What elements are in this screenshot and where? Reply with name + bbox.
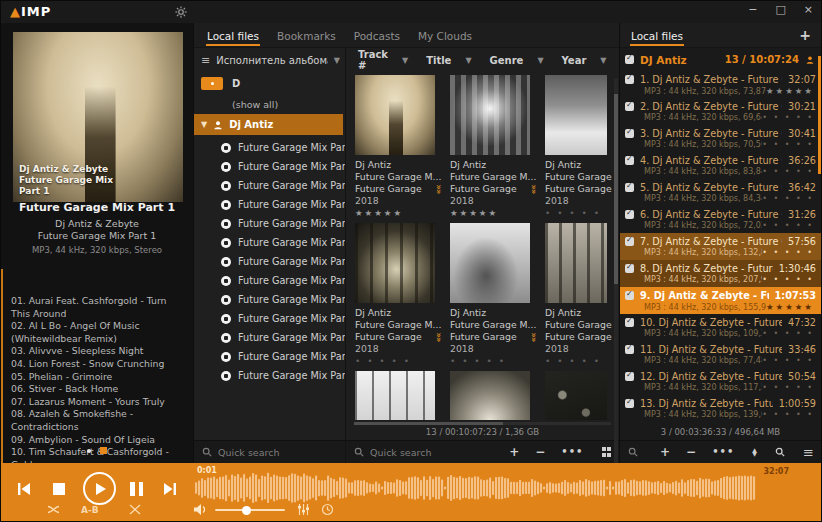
- remove-button[interactable]: −: [535, 447, 545, 457]
- playlist-track-row[interactable]: 10. Dj Antiz & Zebyte - Future Garage ..…: [620, 314, 821, 341]
- expand-chevron-icon[interactable]: »»: [527, 184, 538, 193]
- tree-album-item[interactable]: Future Garage Mix Part 1: [194, 138, 345, 157]
- playlist-track-row[interactable]: 11. Dj Antiz & Zebyte - Future Garage ..…: [620, 341, 821, 368]
- group-checkbox[interactable]: [625, 55, 634, 64]
- playlist-track-row[interactable]: 5. Dj Antiz & Zebyte - Future Garage ...…: [620, 179, 821, 206]
- sort-column-track[interactable]: Track #▼: [358, 49, 408, 71]
- tree-album-item[interactable]: Future Garage Mix Part 13: [194, 328, 345, 347]
- tree-grouping-header[interactable]: ≡ Исполнитель альбома - ... ▼: [194, 48, 345, 72]
- volume-knob[interactable]: [242, 506, 251, 515]
- track-checkbox[interactable]: [625, 318, 634, 327]
- album-card[interactable]: Dj AntizFuture Garage M...Future Garage»…: [450, 223, 538, 367]
- rating-dots[interactable]: • • • • •: [762, 275, 814, 284]
- close-button[interactable]: ×: [804, 3, 813, 16]
- menu-icon[interactable]: ≡: [201, 54, 210, 67]
- track-checkbox[interactable]: [625, 237, 634, 246]
- expand-chevron-icon[interactable]: »»: [527, 332, 538, 341]
- rating-dots[interactable]: • • • • •: [762, 221, 814, 230]
- playlist-track-row[interactable]: 7. Dj Antiz & Zebyte - Future Garage ...…: [620, 233, 821, 260]
- playlist-track-row[interactable]: 4. Dj Antiz & Zebyte - Future Garage ...…: [620, 152, 821, 179]
- track-checkbox[interactable]: [625, 75, 634, 84]
- new-playlist-button[interactable]: +: [799, 27, 811, 43]
- playlist-track-row[interactable]: 9. Dj Antiz & Zebyte - Future Garage ...…: [620, 287, 821, 314]
- tree-album-item[interactable]: Future Garage Mix Part 14: [194, 347, 345, 366]
- playlist-track-row[interactable]: 2. Dj Antiz & Zebyte - Future Garage ...…: [620, 98, 821, 125]
- track-checkbox[interactable]: [625, 291, 634, 300]
- album-card[interactable]: Dj AntizFuture Garage M...Future Garage»…: [450, 75, 538, 219]
- rating-dots[interactable]: • • • • •: [762, 248, 814, 257]
- ab-repeat-button[interactable]: A-B: [81, 505, 99, 515]
- minimize-button[interactable]: −: [748, 3, 757, 16]
- tree-album-item[interactable]: Future Garage Mix Part 11: [194, 309, 345, 328]
- play-button[interactable]: [83, 472, 116, 505]
- rating-dots[interactable]: • • • • •: [762, 194, 814, 203]
- tab-my-clouds[interactable]: My Clouds: [417, 25, 473, 46]
- track-checkbox[interactable]: [625, 372, 634, 381]
- playlist-menu-button[interactable]: ≡: [803, 445, 814, 460]
- view-mode-grid-button[interactable]: [602, 447, 612, 457]
- sleep-timer-clock-icon[interactable]: [321, 503, 334, 516]
- tab-podcasts[interactable]: Podcasts: [353, 25, 401, 46]
- chevron-expanded-icon[interactable]: ▼: [201, 120, 207, 129]
- tree-album-item[interactable]: Future Garage Mix Part 10: [194, 290, 345, 309]
- rating-dots[interactable]: • • • • •: [545, 355, 601, 367]
- playlist-track-row[interactable]: 8. Dj Antiz & Zebyte - Future Garage ...…: [620, 260, 821, 287]
- tree-artist-selected[interactable]: ▼ Dj Antiz: [194, 114, 343, 135]
- tree-album-item[interactable]: Future Garage Mix Part 3: [194, 176, 345, 195]
- rating-dots[interactable]: • • • • •: [762, 329, 814, 338]
- tree-album-item[interactable]: Future Garage Mix Part 8: [194, 252, 345, 271]
- tree-album-item[interactable]: Future Garage Mix Part 15: [194, 366, 345, 385]
- track-checkbox[interactable]: [625, 264, 634, 273]
- pause-button[interactable]: [130, 482, 143, 496]
- playlist-sort-button[interactable]: ▲▼: [752, 448, 757, 457]
- stop-button[interactable]: [53, 483, 65, 495]
- album-card[interactable]: [545, 371, 615, 420]
- chevron-down-icon[interactable]: ▼: [334, 56, 340, 65]
- album-card[interactable]: Dj AntizFuture GarageFuture Garage2018• …: [545, 223, 615, 367]
- track-checkbox[interactable]: [625, 345, 634, 354]
- more-options-button[interactable]: •••: [561, 447, 583, 457]
- track-checkbox[interactable]: [625, 183, 634, 192]
- playlist-add-button[interactable]: +: [660, 447, 670, 457]
- previous-track-button[interactable]: [17, 482, 31, 496]
- albums-quick-search[interactable]: Quick search + − •••: [346, 440, 619, 463]
- tree-album-item[interactable]: Future Garage Mix Part 2: [194, 157, 345, 176]
- rating-dots[interactable]: • • • • •: [762, 140, 814, 149]
- random-order-icon[interactable]: [129, 504, 141, 515]
- album-card[interactable]: [450, 371, 538, 420]
- rating-dots[interactable]: • • • • •: [762, 410, 814, 419]
- equalizer-icon[interactable]: [297, 503, 310, 516]
- expand-chevron-icon[interactable]: »»: [432, 332, 443, 341]
- rating-dots[interactable]: • • • • •: [762, 167, 814, 176]
- tree-quick-search[interactable]: Quick search: [194, 440, 345, 463]
- playlist-quick-search[interactable]: Quick search + − ••• ▲▼ ≡: [620, 440, 821, 463]
- albums-horizontal-scrollbar[interactable]: [354, 422, 611, 425]
- volume-speaker-icon[interactable]: [193, 503, 207, 516]
- album-card[interactable]: Dj AntizFuture Garage M...Future Garage»…: [355, 223, 443, 367]
- rating-dots[interactable]: • • • • •: [450, 355, 506, 367]
- rating-dots[interactable]: • • • • •: [355, 355, 411, 367]
- pager-dot[interactable]: [87, 449, 91, 453]
- sort-column-year[interactable]: Year▼: [562, 55, 607, 66]
- track-checkbox[interactable]: [625, 129, 634, 138]
- tab-bookmarks[interactable]: Bookmarks: [276, 25, 337, 46]
- tab-local-files[interactable]: Local files: [206, 25, 260, 46]
- next-track-button[interactable]: [163, 482, 177, 496]
- playlist-track-row[interactable]: 12. Dj Antiz & Zebyte - Future Garage ..…: [620, 368, 821, 395]
- rating-dots[interactable]: • • • • •: [762, 383, 814, 392]
- playlist-scrollbar[interactable]: [818, 56, 821, 174]
- pager-active-square[interactable]: [100, 447, 107, 454]
- maximize-button[interactable]: □: [775, 3, 785, 16]
- tree-album-item[interactable]: Future Garage Mix Part 4: [194, 195, 345, 214]
- waveform-seekbar[interactable]: [193, 469, 759, 507]
- playlist-tab[interactable]: Local files: [630, 25, 684, 46]
- track-checkbox[interactable]: [625, 399, 634, 408]
- rating-stars[interactable]: ★★★★★: [355, 207, 403, 219]
- show-all-item[interactable]: (show all): [194, 94, 345, 114]
- albums-vertical-scrollbar[interactable]: [614, 78, 618, 468]
- playlist-track-row[interactable]: 3. Dj Antiz & Zebyte - Future Garage ...…: [620, 125, 821, 152]
- playlist-track-row[interactable]: 1. Dj Antiz & Zebyte - Future Garage ...…: [620, 71, 821, 98]
- rating-stars[interactable]: ★★★★★: [766, 86, 814, 96]
- sort-column-title[interactable]: Title▼: [426, 55, 471, 66]
- playlist-search-button[interactable]: [775, 447, 785, 457]
